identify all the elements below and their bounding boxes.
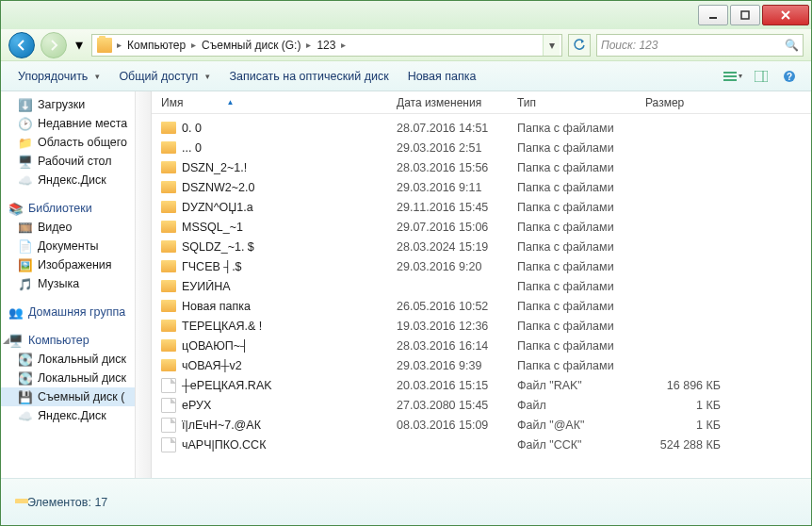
tree-libraries[interactable]: 📚Библиотеки [1, 199, 151, 218]
chevron-right-icon[interactable]: ▸ [189, 40, 198, 50]
lib-icon: 🖼️ [18, 257, 33, 272]
file-date: 29.03.2016 2:51 [397, 141, 517, 155]
file-row[interactable]: ТЕРЕЦКАЯ.& ! 19.03.2016 12:36 Папка с фа… [152, 316, 811, 336]
tree-computer[interactable]: ◢🖥️Компьютер [1, 331, 151, 350]
breadcrumb-item[interactable]: 123 [313, 37, 339, 54]
file-date: 29.03.2016 9:39 [397, 359, 517, 372]
back-button[interactable] [8, 32, 35, 58]
preview-pane-button[interactable] [749, 66, 773, 87]
file-row[interactable]: Новая папка 26.05.2016 10:52 Папка с фай… [152, 296, 811, 316]
col-header-name[interactable]: Имя▲ [161, 96, 397, 109]
breadcrumb-item[interactable]: Съемный диск (G:) [198, 37, 304, 54]
folder-icon [161, 280, 176, 292]
file-row[interactable]: еРУХ 27.03.2080 15:45 Файл 1 КБ [152, 395, 811, 415]
fav-icon: ☁️ [18, 173, 33, 188]
navigation-tree[interactable]: ⬇️Загрузки🕑Недавние места📁Область общего… [1, 91, 152, 478]
file-type: Папка с файлами [517, 122, 645, 135]
tree-item[interactable]: 📄Документы [1, 237, 151, 255]
lib-icon: 🎞️ [18, 220, 33, 235]
file-icon [161, 418, 176, 433]
file-row[interactable]: SQLDZ_~1. $ 28.03.2024 15:19 Папка с фай… [152, 237, 811, 256]
scrollbar[interactable] [135, 91, 151, 478]
file-row[interactable]: 0. 0 28.07.2016 14:51 Папка с файлами [152, 118, 811, 138]
tree-homegroup[interactable]: 👥Домашняя группа [1, 303, 151, 321]
file-type: Папка с файлами [517, 181, 645, 194]
fav-icon: 🖥️ [18, 154, 33, 169]
tree-item[interactable]: 💽Локальный диск [1, 369, 151, 387]
col-header-date[interactable]: Дата изменения [397, 96, 517, 109]
file-name: чАРЧ|ПКО.ССК [182, 438, 266, 452]
search-icon[interactable]: 🔍 [785, 39, 799, 52]
tree-item[interactable]: ⬇️Загрузки [1, 95, 151, 114]
search-input[interactable]: Поиск: 123 🔍 [596, 34, 804, 57]
chevron-right-icon[interactable]: ▸ [115, 40, 123, 50]
homegroup-icon: 👥 [8, 304, 24, 320]
file-size: 1 КБ [645, 419, 749, 432]
minimize-button[interactable] [698, 5, 728, 25]
file-row[interactable]: DSZNW2~2.0 29.03.2016 9:11 Папка с файла… [152, 177, 811, 197]
drive-icon: ☁️ [18, 408, 33, 423]
tree-item[interactable]: 🖥️Рабочий стол [1, 152, 151, 171]
share-menu[interactable]: Общий доступ [111, 66, 218, 87]
folder-icon [161, 161, 176, 173]
close-button[interactable] [762, 5, 809, 25]
file-date: 19.03.2016 12:36 [397, 320, 517, 333]
file-row[interactable]: ... 0 29.03.2016 2:51 Папка с файлами [152, 138, 811, 157]
file-date: 20.03.2016 15:15 [397, 379, 517, 392]
new-folder-button[interactable]: Новая папка [400, 66, 484, 87]
tree-item[interactable]: 🎵Музыка [1, 274, 151, 293]
breadcrumb-item[interactable]: Компьютер [123, 37, 189, 54]
file-date: 28.03.2016 15:56 [397, 161, 517, 174]
file-row[interactable]: чАРЧ|ПКО.ССК Файл "ССК" 524 288 КБ [152, 435, 811, 454]
chevron-right-icon[interactable]: ▸ [304, 40, 313, 50]
file-type: Папка с файлами [517, 359, 645, 372]
file-name: SQLDZ_~1. $ [182, 240, 254, 254]
drive-icon: 💾 [18, 389, 33, 404]
col-header-size[interactable]: Размер [645, 96, 749, 109]
history-dropdown[interactable]: ▾ [73, 32, 86, 58]
file-row[interactable]: цОВАЮП~┤ 28.03.2016 16:14 Папка с файлам… [152, 336, 811, 355]
file-row[interactable]: ї|лЕчН~7.@АК 08.03.2016 15:09 Файл "@АК"… [152, 415, 811, 435]
file-row[interactable]: ГЧСЕВ ┤.$ 29.03.2016 9:20 Папка с файлам… [152, 256, 811, 276]
svg-rect-4 [723, 72, 737, 74]
collapse-icon[interactable]: ◢ [3, 336, 9, 345]
libraries-icon: 📚 [8, 201, 24, 216]
tree-item[interactable]: 💾Съемный диск ( [1, 387, 151, 406]
file-row[interactable]: ЕУИЙНА Папка с файлами [152, 276, 811, 296]
tree-item[interactable]: ☁️Яндекс.Диск [1, 171, 151, 189]
maximize-button[interactable] [730, 5, 760, 25]
navigation-bar: ▾ ▸ Компьютер ▸ Съемный диск (G:) ▸ 123 … [1, 29, 811, 61]
file-size: 1 КБ [645, 399, 749, 412]
file-list[interactable]: 0. 0 28.07.2016 14:51 Папка с файлами ..… [152, 114, 811, 478]
file-type: Папка с файлами [517, 300, 645, 313]
tree-item[interactable]: 🕑Недавние места [1, 114, 151, 133]
file-row[interactable]: чОВАЯ┼v2 29.03.2016 9:39 Папка с файлами [152, 355, 811, 375]
file-type: Файл "ССК" [517, 438, 645, 452]
refresh-button[interactable] [568, 34, 591, 57]
file-icon [161, 398, 176, 413]
file-row[interactable]: ┼еРЕЦКАЯ.RAK 20.03.2016 15:15 Файл "RAK"… [152, 375, 811, 395]
titlebar[interactable] [1, 1, 811, 29]
file-row[interactable]: MSSQL_~1 29.07.2016 15:06 Папка с файлам… [152, 217, 811, 237]
file-name: чОВАЯ┼v2 [182, 359, 242, 372]
forward-button[interactable] [41, 32, 67, 58]
tree-item[interactable]: 🎞️Видео [1, 218, 151, 237]
file-row[interactable]: DSZN_2~1.! 28.03.2016 15:56 Папка с файл… [152, 157, 811, 177]
organize-menu[interactable]: Упорядочить [10, 66, 107, 87]
tree-item[interactable]: 🖼️Изображения [1, 255, 151, 274]
address-bar[interactable]: ▸ Компьютер ▸ Съемный диск (G:) ▸ 123 ▸ … [91, 34, 562, 57]
file-row[interactable]: DУZN^OЏ1.а 29.11.2016 15:45 Папка с файл… [152, 197, 811, 217]
file-type: Папка с файлами [517, 161, 645, 174]
col-header-type[interactable]: Тип [517, 96, 645, 109]
chevron-right-icon[interactable]: ▸ [339, 40, 348, 50]
view-mode-button[interactable] [721, 66, 745, 87]
tree-item[interactable]: 📁Область общего [1, 133, 151, 152]
burn-button[interactable]: Записать на оптический диск [221, 66, 396, 87]
drive-icon: 💽 [18, 370, 33, 386]
file-date: 27.03.2080 15:45 [397, 399, 517, 412]
file-type: Файл "@АК" [517, 419, 645, 432]
tree-item[interactable]: ☁️Яндекс.Диск [1, 406, 151, 425]
tree-item[interactable]: 💽Локальный диск [1, 350, 151, 369]
address-dropdown[interactable]: ▾ [543, 35, 560, 56]
help-button[interactable]: ? [777, 66, 802, 87]
